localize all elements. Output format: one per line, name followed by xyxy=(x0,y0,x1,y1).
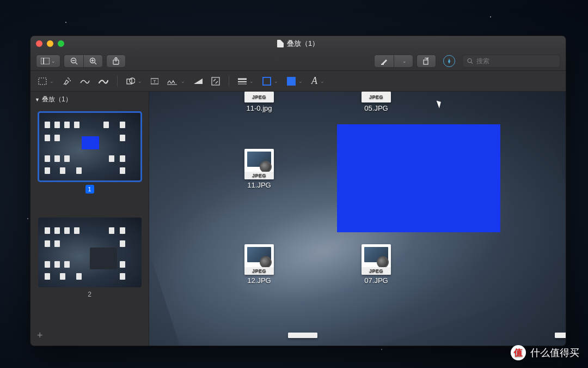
fill-color-tool[interactable]: ⌄ xyxy=(287,77,303,86)
file-type-tag: JPEG xyxy=(244,92,274,102)
separator xyxy=(117,76,118,87)
text-style-icon: A xyxy=(311,75,317,87)
border-color-swatch xyxy=(262,77,271,86)
markup-toolbar: ⌄ ⌄ T ⌄ ⌄ xyxy=(30,71,566,92)
sidebar-title: 叠放（1） xyxy=(42,95,72,104)
svg-line-3 xyxy=(75,62,77,64)
svg-rect-1 xyxy=(44,58,50,64)
chevron-down-icon: ⌄ xyxy=(320,79,324,84)
titlebar[interactable]: 叠放（1） xyxy=(30,36,566,51)
window-body: ▼ 叠放（1） 1 xyxy=(30,92,566,346)
border-color-tool[interactable]: ⌄ xyxy=(262,77,278,86)
canvas[interactable]: JPEG 11-0.jpg JPEG 05.JPG JPEG 11.JPG JP… xyxy=(149,92,566,346)
main-toolbar: ⌄ ⌄ xyxy=(30,51,566,71)
thumbnail-menu-icon xyxy=(90,248,117,269)
add-page-button[interactable]: + xyxy=(30,325,149,346)
sidebar-header[interactable]: ▼ 叠放（1） xyxy=(30,92,149,107)
file-type-tag: JPEG xyxy=(244,267,274,275)
file-icon[interactable]: JPEG 11.JPG xyxy=(242,149,277,189)
svg-point-13 xyxy=(468,58,471,62)
svg-rect-12 xyxy=(424,60,428,64)
thumbnail-item-1[interactable]: 1 xyxy=(30,107,149,198)
adjust-size-tool[interactable] xyxy=(211,77,220,86)
file-name: 07.JPG xyxy=(364,276,388,285)
shapes-tool[interactable]: ⌄ xyxy=(126,77,142,85)
search-icon xyxy=(467,58,473,64)
watermark-badge: 值 xyxy=(511,345,526,360)
rotate-button[interactable] xyxy=(416,55,436,68)
markup-toggle-button[interactable] xyxy=(439,55,459,68)
chevron-down-icon: ⌄ xyxy=(51,58,56,64)
sidebar: ▼ 叠放（1） 1 xyxy=(30,92,149,346)
zoom-group xyxy=(64,55,103,68)
disclosure-triangle-icon: ▼ xyxy=(35,97,40,102)
svg-rect-11 xyxy=(381,64,384,65)
selection-tool[interactable]: ⌄ xyxy=(38,77,54,85)
page-thumbnail[interactable] xyxy=(38,218,142,287)
chevron-down-icon: ⌄ xyxy=(249,79,254,84)
svg-line-6 xyxy=(95,62,97,64)
svg-point-20 xyxy=(130,78,135,83)
window-title: 叠放（1） xyxy=(30,39,566,49)
chevron-down-icon: ⌄ xyxy=(274,79,278,84)
view-mode-button[interactable]: ⌄ xyxy=(36,55,60,68)
page-thumbnail[interactable] xyxy=(38,112,142,182)
page-number: 2 xyxy=(88,291,91,298)
chevron-down-icon: ⌄ xyxy=(50,79,54,84)
file-type-tag xyxy=(288,333,317,338)
text-tool[interactable]: T xyxy=(151,77,158,85)
svg-line-14 xyxy=(471,62,473,63)
draw-tool[interactable] xyxy=(80,77,90,85)
highlight-dropdown[interactable]: ⌄ xyxy=(394,55,413,68)
window-title-text: 叠放（1） xyxy=(287,39,319,49)
svg-point-18 xyxy=(68,77,69,79)
drawn-rectangle-shape[interactable] xyxy=(337,124,500,232)
instant-alpha-tool[interactable] xyxy=(63,77,71,86)
file-icon[interactable]: JPEG 07.JPG xyxy=(359,244,394,285)
chevron-down-icon: ⌄ xyxy=(181,79,185,84)
file-icon[interactable] xyxy=(552,333,566,338)
border-style-tool[interactable]: ⌄ xyxy=(238,78,254,85)
adjust-color-tool[interactable] xyxy=(194,77,203,85)
text-style-tool[interactable]: A ⌄ xyxy=(311,75,324,87)
file-type-tag: JPEG xyxy=(244,172,274,179)
chevron-down-icon: ⌄ xyxy=(402,58,407,64)
svg-text:T: T xyxy=(154,79,156,84)
file-icon[interactable]: JPEG 11-0.jpg xyxy=(242,92,277,112)
file-type-tag: JPEG xyxy=(362,267,391,275)
file-type-tag: JPEG xyxy=(362,92,391,102)
file-icon[interactable]: JPEG 12.JPG xyxy=(242,244,277,285)
separator xyxy=(229,76,229,87)
file-name: 11.JPG xyxy=(247,181,271,189)
chevron-down-icon: ⌄ xyxy=(138,79,142,84)
file-name: 11-0.jpg xyxy=(247,104,272,112)
sketch-tool[interactable] xyxy=(99,77,108,85)
svg-rect-15 xyxy=(39,78,46,85)
file-name: 12.JPG xyxy=(247,276,271,285)
zoom-in-button[interactable] xyxy=(83,55,103,68)
file-type-tag xyxy=(555,333,566,338)
sign-tool[interactable]: ⌄ xyxy=(167,77,185,85)
svg-marker-24 xyxy=(194,79,203,84)
zoom-out-button[interactable] xyxy=(64,55,83,68)
svg-rect-0 xyxy=(41,58,44,64)
svg-point-17 xyxy=(70,80,71,81)
markup-group: ⌄ xyxy=(374,55,413,68)
watermark-text: 什么值得买 xyxy=(530,346,579,359)
preview-window: 叠放（1） ⌄ ⌄ xyxy=(30,35,566,346)
watermark: 值 什么值得买 xyxy=(511,345,579,360)
file-icon[interactable]: JPEG 05.JPG xyxy=(359,92,394,112)
thumbnail-item-2[interactable]: 2 xyxy=(30,213,149,303)
chevron-down-icon: ⌄ xyxy=(298,79,303,84)
highlight-button[interactable] xyxy=(374,55,394,68)
page-badge: 1 xyxy=(85,185,94,194)
thumbnail-shape-icon xyxy=(82,136,99,149)
share-button[interactable] xyxy=(106,55,126,68)
document-icon xyxy=(277,40,284,47)
svg-point-16 xyxy=(69,79,70,80)
search-field[interactable] xyxy=(462,55,560,68)
search-input[interactable] xyxy=(476,57,555,65)
svg-rect-25 xyxy=(212,77,219,85)
fill-color-swatch xyxy=(287,77,296,86)
file-icon[interactable] xyxy=(285,333,320,338)
